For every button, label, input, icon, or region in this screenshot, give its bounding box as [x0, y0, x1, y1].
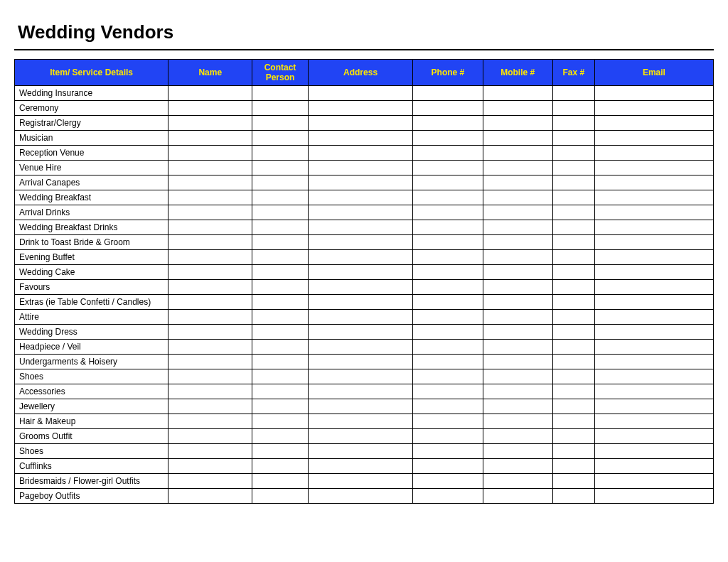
cell-phone[interactable] [413, 355, 483, 369]
cell-name[interactable] [168, 235, 252, 250]
cell-contact[interactable] [252, 414, 309, 429]
cell-address[interactable] [308, 429, 412, 444]
cell-item[interactable]: Accessories [15, 384, 168, 399]
cell-address[interactable] [308, 235, 412, 250]
cell-email[interactable] [594, 265, 713, 280]
cell-phone[interactable] [413, 369, 483, 384]
cell-email[interactable] [594, 101, 713, 116]
cell-item[interactable]: Grooms Outfit [15, 429, 168, 444]
cell-email[interactable] [594, 325, 713, 340]
cell-address[interactable] [308, 414, 412, 429]
cell-contact[interactable] [252, 250, 309, 265]
cell-email[interactable] [594, 250, 713, 265]
cell-email[interactable] [594, 205, 713, 220]
cell-contact[interactable] [252, 325, 309, 340]
cell-fax[interactable] [552, 116, 594, 131]
cell-address[interactable] [308, 310, 412, 325]
cell-email[interactable] [594, 131, 713, 146]
cell-phone[interactable] [413, 250, 483, 265]
cell-phone[interactable] [413, 340, 483, 355]
cell-email[interactable] [594, 474, 713, 489]
cell-name[interactable] [168, 384, 252, 399]
cell-fax[interactable] [552, 161, 594, 175]
cell-email[interactable] [594, 280, 713, 295]
cell-email[interactable] [594, 175, 713, 190]
cell-name[interactable] [168, 325, 252, 340]
cell-address[interactable] [308, 161, 412, 175]
cell-contact[interactable] [252, 459, 309, 474]
cell-mobile[interactable] [483, 474, 552, 489]
cell-phone[interactable] [413, 280, 483, 295]
cell-address[interactable] [308, 295, 412, 310]
cell-item[interactable]: Hair & Makeup [15, 414, 168, 429]
cell-phone[interactable] [413, 444, 483, 459]
cell-email[interactable] [594, 489, 713, 504]
cell-mobile[interactable] [483, 369, 552, 384]
cell-fax[interactable] [552, 355, 594, 369]
cell-name[interactable] [168, 205, 252, 220]
cell-email[interactable] [594, 369, 713, 384]
cell-name[interactable] [168, 101, 252, 116]
cell-mobile[interactable] [483, 220, 552, 235]
cell-name[interactable] [168, 280, 252, 295]
cell-email[interactable] [594, 235, 713, 250]
cell-fax[interactable] [552, 131, 594, 146]
cell-item[interactable]: Wedding Insurance [15, 86, 168, 101]
cell-address[interactable] [308, 101, 412, 116]
cell-mobile[interactable] [483, 175, 552, 190]
cell-fax[interactable] [552, 489, 594, 504]
cell-contact[interactable] [252, 399, 309, 414]
cell-mobile[interactable] [483, 280, 552, 295]
cell-name[interactable] [168, 190, 252, 205]
cell-address[interactable] [308, 175, 412, 190]
cell-fax[interactable] [552, 474, 594, 489]
cell-name[interactable] [168, 175, 252, 190]
cell-name[interactable] [168, 369, 252, 384]
cell-phone[interactable] [413, 101, 483, 116]
cell-address[interactable] [308, 340, 412, 355]
cell-mobile[interactable] [483, 131, 552, 146]
cell-mobile[interactable] [483, 444, 552, 459]
cell-fax[interactable] [552, 235, 594, 250]
cell-contact[interactable] [252, 190, 309, 205]
cell-phone[interactable] [413, 146, 483, 161]
cell-email[interactable] [594, 116, 713, 131]
cell-email[interactable] [594, 414, 713, 429]
cell-name[interactable] [168, 444, 252, 459]
cell-address[interactable] [308, 86, 412, 101]
cell-name[interactable] [168, 429, 252, 444]
cell-fax[interactable] [552, 444, 594, 459]
cell-item[interactable]: Musician [15, 131, 168, 146]
cell-address[interactable] [308, 489, 412, 504]
cell-address[interactable] [308, 459, 412, 474]
cell-mobile[interactable] [483, 459, 552, 474]
cell-name[interactable] [168, 146, 252, 161]
cell-fax[interactable] [552, 250, 594, 265]
cell-item[interactable]: Undergarments & Hoisery [15, 355, 168, 369]
cell-name[interactable] [168, 131, 252, 146]
cell-phone[interactable] [413, 325, 483, 340]
cell-contact[interactable] [252, 220, 309, 235]
cell-contact[interactable] [252, 265, 309, 280]
cell-name[interactable] [168, 161, 252, 175]
cell-address[interactable] [308, 265, 412, 280]
cell-address[interactable] [308, 444, 412, 459]
cell-contact[interactable] [252, 175, 309, 190]
cell-item[interactable]: Cufflinks [15, 459, 168, 474]
cell-email[interactable] [594, 190, 713, 205]
cell-contact[interactable] [252, 295, 309, 310]
cell-contact[interactable] [252, 444, 309, 459]
cell-phone[interactable] [413, 459, 483, 474]
cell-name[interactable] [168, 86, 252, 101]
cell-contact[interactable] [252, 146, 309, 161]
cell-name[interactable] [168, 399, 252, 414]
cell-fax[interactable] [552, 310, 594, 325]
cell-address[interactable] [308, 399, 412, 414]
cell-item[interactable]: Wedding Dress [15, 325, 168, 340]
cell-name[interactable] [168, 295, 252, 310]
cell-contact[interactable] [252, 340, 309, 355]
cell-email[interactable] [594, 220, 713, 235]
cell-mobile[interactable] [483, 265, 552, 280]
cell-address[interactable] [308, 131, 412, 146]
cell-item[interactable]: Evening Buffet [15, 250, 168, 265]
